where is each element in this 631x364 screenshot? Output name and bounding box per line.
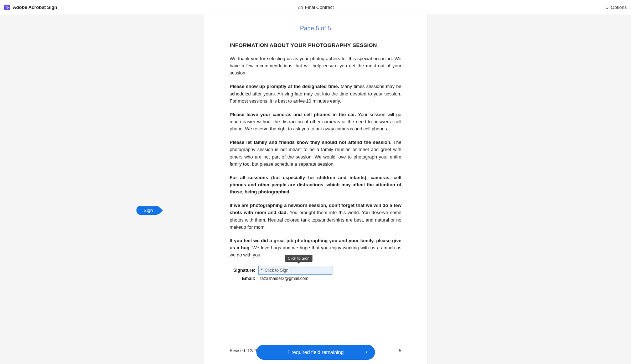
email-label: Email: [230,276,258,281]
signature-label: Signature: [230,268,258,273]
document-page: Page 5 of 5 INFORMATION ABOUT YOUR PHOTO… [204,15,427,364]
document-title: Final Contract [305,5,334,10]
required-fields-button[interactable]: 1 required field remaining [256,345,375,360]
paragraph-time: Please show up promptly at the designate… [230,83,402,104]
paragraph-distractions-bold: For all sessions (but especially for chi… [230,175,402,194]
paragraph-hug: If you feel we did a great job photograp… [230,237,402,259]
signature-row: Signature: Click to Sign * Click to Sign [230,266,402,275]
page-indicator: Page 5 of 5 [230,25,402,32]
signature-field[interactable]: Click to Sign * Click to Sign [258,266,332,275]
acrobat-sign-logo-icon [4,5,10,10]
options-menu[interactable]: Options [605,5,627,10]
page-number: 5 [399,348,402,353]
chevron-right-icon [365,349,368,355]
signature-placeholder: Click to Sign [265,268,289,273]
sign-here-tag[interactable]: Sign [136,206,163,215]
main-area: Sign Page 5 of 5 INFORMATION ABOUT YOUR … [0,15,631,364]
paragraph-intro: We thank you for selecting us as your ph… [230,55,402,77]
chevron-down-icon [605,5,609,10]
paragraph-family: Please let family and friends know they … [230,139,402,168]
document-title-area: Final Contract [297,5,334,10]
paragraph-distractions: For all sessions (but especially for chi… [230,174,402,196]
sign-pill-label: Sign [136,206,160,215]
required-asterisk-icon: * [261,268,263,273]
paragraph-family-bold: Please let family and friends know they … [230,140,392,145]
paragraph-cameras: Please leave your cameras and cell phone… [230,111,402,132]
app-name: Adobe Acrobat Sign [13,5,57,10]
header-left: Adobe Acrobat Sign [4,5,57,10]
signature-tooltip: Click to Sign [285,255,312,262]
app-header: Adobe Acrobat Sign Final Contract Option… [0,0,631,15]
options-label: Options [611,5,627,10]
cloud-icon [297,5,303,10]
required-fields-text: 1 required field remaining [288,349,344,355]
email-row: Email: fazailhaider2@gmail.com [230,276,402,281]
paragraph-cameras-bold: Please leave your cameras and cell phone… [230,112,356,117]
section-title: INFORMATION ABOUT YOUR PHOTOGRAPHY SESSI… [230,42,402,48]
paragraph-hug-rest: We love hugs and we hope that you enjoy … [230,245,402,258]
paragraph-time-bold: Please show up promptly at the designate… [230,84,339,89]
paragraph-newborn: If we are photographing a newborn sessio… [230,202,402,231]
email-value: fazailhaider2@gmail.com [258,276,309,281]
